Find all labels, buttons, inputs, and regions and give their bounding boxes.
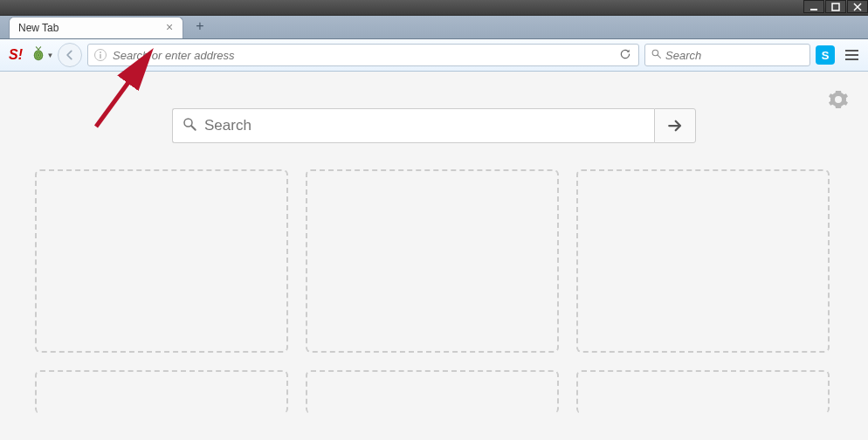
top-site-placeholder[interactable] bbox=[306, 169, 559, 353]
svg-line-11 bbox=[658, 55, 660, 58]
top-site-placeholder[interactable] bbox=[576, 169, 830, 353]
s-extension-icon[interactable]: S! bbox=[5, 45, 26, 65]
address-input[interactable] bbox=[113, 49, 617, 62]
url-bar[interactable] bbox=[87, 44, 639, 66]
window-maximize-button[interactable] bbox=[825, 0, 846, 13]
onion-icon bbox=[31, 45, 46, 65]
search-bar[interactable] bbox=[644, 44, 810, 66]
svg-line-13 bbox=[191, 126, 196, 130]
top-site-placeholder[interactable] bbox=[306, 370, 559, 414]
top-site-placeholder[interactable] bbox=[35, 370, 288, 414]
hamburger-menu-button[interactable] bbox=[840, 44, 863, 66]
top-site-placeholder[interactable] bbox=[35, 169, 288, 353]
svg-rect-9 bbox=[100, 54, 101, 58]
info-icon[interactable] bbox=[93, 48, 107, 62]
newtab-search-input[interactable] bbox=[204, 117, 645, 134]
skype-icon[interactable]: S bbox=[816, 45, 835, 65]
tab-close-icon[interactable]: × bbox=[163, 22, 176, 34]
newtab-search-form bbox=[172, 108, 696, 143]
svg-point-10 bbox=[652, 50, 658, 56]
newtab-search-submit-button[interactable] bbox=[654, 108, 696, 143]
window-close-button[interactable] bbox=[847, 0, 868, 13]
settings-gear-icon[interactable] bbox=[828, 89, 849, 113]
top-site-placeholder[interactable] bbox=[576, 370, 830, 414]
back-button[interactable] bbox=[58, 43, 82, 67]
top-sites-grid bbox=[35, 169, 833, 414]
chevron-down-icon: ▼ bbox=[47, 52, 54, 59]
search-icon bbox=[182, 116, 197, 135]
tor-onion-button[interactable]: ▼ bbox=[31, 45, 52, 65]
page-content bbox=[0, 72, 868, 440]
new-tab-button[interactable]: + bbox=[190, 18, 210, 36]
reload-icon[interactable] bbox=[617, 48, 633, 63]
window-titlebar bbox=[0, 0, 868, 16]
svg-point-8 bbox=[100, 52, 101, 53]
newtab-search-field[interactable] bbox=[172, 108, 654, 143]
search-icon bbox=[651, 47, 662, 63]
search-input[interactable] bbox=[665, 49, 813, 62]
tab-title: New Tab bbox=[18, 22, 59, 34]
tab-active[interactable]: New Tab × bbox=[9, 17, 183, 38]
svg-rect-1 bbox=[832, 3, 839, 10]
tab-strip: New Tab × + bbox=[0, 16, 868, 39]
window-minimize-button[interactable] bbox=[803, 0, 824, 13]
toolbar: S! ▼ S bbox=[0, 39, 868, 72]
